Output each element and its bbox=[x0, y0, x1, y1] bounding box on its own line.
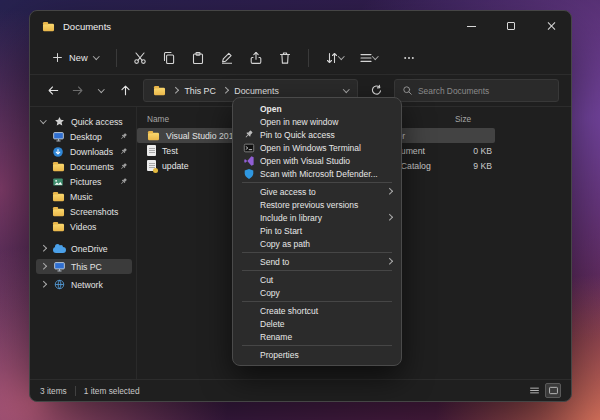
sidebar-item-onedrive[interactable]: OneDrive bbox=[36, 241, 132, 256]
expand-chevron-icon bbox=[40, 281, 46, 287]
paste-icon bbox=[191, 51, 205, 65]
details-view-button[interactable] bbox=[526, 383, 542, 398]
context-menu-item-pin-to-quick-access[interactable]: Pin to Quick access bbox=[233, 128, 401, 141]
copy-button[interactable] bbox=[156, 45, 182, 71]
sidebar-item-label: Music bbox=[70, 192, 93, 202]
search-box bbox=[394, 79, 559, 102]
submenu-chevron-icon bbox=[386, 258, 392, 264]
toolbar-divider bbox=[116, 49, 117, 67]
copy-icon bbox=[162, 51, 176, 65]
close-button[interactable] bbox=[531, 11, 571, 41]
folder-icon bbox=[43, 23, 54, 31]
context-menu-item-pin-to-start[interactable]: Pin to Start bbox=[233, 224, 401, 237]
context-menu-item-rename[interactable]: Rename bbox=[233, 330, 401, 343]
cut-icon bbox=[133, 51, 147, 65]
context-menu-item-copy[interactable]: Copy bbox=[233, 286, 401, 299]
pictures-icon bbox=[52, 176, 64, 188]
sidebar-item-documents[interactable]: Documents bbox=[36, 159, 132, 174]
recent-locations-button[interactable] bbox=[90, 79, 112, 103]
search-input[interactable] bbox=[418, 86, 551, 96]
back-button[interactable] bbox=[42, 79, 64, 103]
context-menu-item-include-in-library[interactable]: Include in library bbox=[233, 211, 401, 224]
column-header-size[interactable]: Size bbox=[455, 114, 471, 124]
delete-button[interactable] bbox=[272, 45, 298, 71]
up-button[interactable] bbox=[114, 79, 136, 103]
sort-button[interactable] bbox=[319, 45, 350, 71]
security-catalog-icon bbox=[147, 160, 156, 171]
sidebar-item-downloads[interactable]: Downloads bbox=[36, 144, 132, 159]
minimize-icon bbox=[467, 26, 476, 27]
context-menu-item-delete[interactable]: Delete bbox=[233, 317, 401, 330]
star-icon bbox=[54, 116, 65, 127]
up-icon bbox=[119, 84, 132, 97]
view-button[interactable] bbox=[353, 45, 384, 71]
breadcrumb-documents[interactable]: Documents bbox=[234, 86, 279, 96]
context-menu-item-scan-with-microsoft-defender[interactable]: Scan with Microsoft Defender... bbox=[233, 167, 401, 180]
column-header-name[interactable]: Name bbox=[147, 114, 169, 124]
back-icon bbox=[47, 84, 60, 97]
file-size: 9 KB bbox=[435, 161, 492, 171]
chevron-down-icon bbox=[98, 86, 104, 92]
context-menu-item-open-with-visual-studio[interactable]: Open with Visual Studio bbox=[233, 154, 401, 167]
breadcrumb-this-pc[interactable]: This PC bbox=[185, 86, 216, 96]
context-menu-item-send-to[interactable]: Send to bbox=[233, 255, 401, 268]
menu-separator bbox=[242, 345, 392, 346]
details-view-icon bbox=[529, 385, 540, 396]
sidebar-item-screenshots[interactable]: Screenshots bbox=[36, 204, 132, 219]
sort-icon bbox=[325, 51, 339, 65]
sidebar-item-label: Quick access bbox=[71, 117, 123, 127]
pin-icon bbox=[119, 162, 128, 171]
forward-button[interactable] bbox=[66, 79, 88, 103]
this-pc-monitor-icon bbox=[53, 260, 66, 273]
file-name: Visual Studio 2019 bbox=[166, 131, 238, 141]
sidebar-item-quick-access[interactable]: Quick access bbox=[36, 114, 132, 129]
context-menu-item-copy-as-path[interactable]: Copy as path bbox=[233, 237, 401, 250]
view-icon bbox=[359, 51, 373, 65]
thumbnail-view-icon bbox=[548, 385, 559, 396]
rename-button[interactable] bbox=[214, 45, 240, 71]
context-menu-item-restore-previous-versions[interactable]: Restore previous versions bbox=[233, 198, 401, 211]
sidebar-item-music[interactable]: Music bbox=[36, 189, 132, 204]
breadcrumb-separator-icon bbox=[222, 87, 228, 93]
minimize-button[interactable] bbox=[451, 11, 491, 41]
paste-button[interactable] bbox=[185, 45, 211, 71]
explorer-window: Documents New bbox=[29, 10, 572, 402]
address-dropdown-icon[interactable] bbox=[343, 86, 349, 92]
network-globe-icon bbox=[54, 279, 65, 290]
expand-chevron-icon bbox=[40, 245, 46, 251]
cut-button[interactable] bbox=[127, 45, 153, 71]
context-menu: Open Open in new window Pin to Quick acc… bbox=[232, 97, 402, 366]
context-menu-item-open[interactable]: Open bbox=[233, 102, 401, 115]
sidebar-item-label: Desktop bbox=[70, 132, 102, 142]
new-plus-icon bbox=[52, 52, 63, 63]
pin-icon bbox=[119, 147, 128, 156]
maximize-button[interactable] bbox=[491, 11, 531, 41]
defender-shield-icon bbox=[243, 168, 255, 180]
context-menu-item-properties[interactable]: Properties bbox=[233, 348, 401, 361]
context-menu-item-give-access-to[interactable]: Give access to bbox=[233, 185, 401, 198]
file-size: 0 KB bbox=[435, 146, 492, 156]
sidebar-item-network[interactable]: Network bbox=[36, 277, 132, 292]
context-menu-item-open-in-windows-terminal[interactable]: Open in Windows Terminal bbox=[233, 141, 401, 154]
breadcrumb-separator-icon bbox=[172, 87, 178, 93]
more-icon bbox=[402, 51, 416, 65]
context-menu-item-cut[interactable]: Cut bbox=[233, 273, 401, 286]
context-menu-item-create-shortcut[interactable]: Create shortcut bbox=[233, 304, 401, 317]
sidebar-item-videos[interactable]: Videos bbox=[36, 219, 132, 234]
thumbnail-view-button[interactable] bbox=[545, 383, 561, 398]
expand-chevron-icon bbox=[40, 117, 46, 123]
sidebar-item-pictures[interactable]: Pictures bbox=[36, 174, 132, 189]
more-options-button[interactable] bbox=[396, 45, 422, 71]
submenu-chevron-icon bbox=[386, 188, 392, 194]
terminal-icon bbox=[243, 142, 255, 154]
share-button[interactable] bbox=[243, 45, 269, 71]
titlebar: Documents bbox=[30, 11, 571, 41]
menu-separator bbox=[242, 270, 392, 271]
context-menu-item-open-in-new-window[interactable]: Open in new window bbox=[233, 115, 401, 128]
chevron-down-icon bbox=[372, 53, 378, 59]
chevron-down-icon bbox=[93, 53, 99, 59]
new-button[interactable]: New bbox=[44, 45, 106, 71]
sidebar-item-label: This PC bbox=[71, 262, 102, 272]
sidebar-item-desktop[interactable]: Desktop bbox=[36, 129, 132, 144]
sidebar-item-this-pc[interactable]: This PC bbox=[36, 259, 132, 274]
